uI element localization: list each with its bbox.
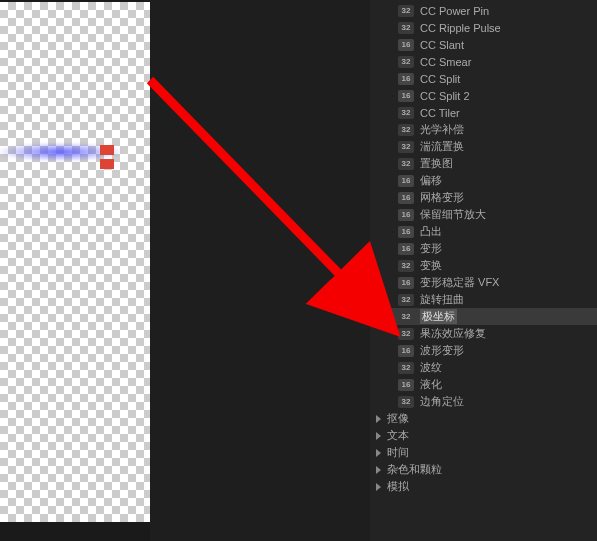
effect-item[interactable]: 32置换图 <box>370 155 597 172</box>
effect-label: 边角定位 <box>420 394 464 409</box>
effect-category[interactable]: 抠像 <box>370 410 597 427</box>
bitdepth-badge-icon: 32 <box>398 328 414 340</box>
effect-item[interactable]: 16CC Slant <box>370 36 597 53</box>
bitdepth-badge-icon: 32 <box>398 5 414 17</box>
composition-canvas[interactable] <box>0 2 150 522</box>
effect-item[interactable]: 16CC Split 2 <box>370 87 597 104</box>
bitdepth-badge-icon: 16 <box>398 90 414 102</box>
effect-label: CC Power Pin <box>420 5 489 17</box>
category-label: 文本 <box>387 428 409 443</box>
bitdepth-badge-icon: 32 <box>398 56 414 68</box>
effect-item[interactable]: 32CC Ripple Pulse <box>370 19 597 36</box>
effect-label: CC Split <box>420 73 460 85</box>
bitdepth-badge-icon: 32 <box>398 362 414 374</box>
bitdepth-badge-icon: 16 <box>398 277 414 289</box>
effect-item[interactable]: 16变形 <box>370 240 597 257</box>
effect-label: 凸出 <box>420 224 442 239</box>
panel-gutter <box>150 0 370 541</box>
effect-item[interactable]: 16凸出 <box>370 223 597 240</box>
effect-category[interactable]: 文本 <box>370 427 597 444</box>
collapse-triangle-icon <box>376 466 381 474</box>
bitdepth-badge-icon: 32 <box>398 107 414 119</box>
effect-item[interactable]: 32边角定位 <box>370 393 597 410</box>
effect-item[interactable]: 32旋转扭曲 <box>370 291 597 308</box>
effect-label: 果冻效应修复 <box>420 326 486 341</box>
bitdepth-badge-icon: 16 <box>398 73 414 85</box>
bitdepth-badge-icon: 16 <box>398 175 414 187</box>
effect-item[interactable]: 32极坐标 <box>370 308 597 325</box>
collapse-triangle-icon <box>376 432 381 440</box>
bitdepth-badge-icon: 16 <box>398 345 414 357</box>
effect-category[interactable]: 时间 <box>370 444 597 461</box>
effect-item[interactable]: 16网格变形 <box>370 189 597 206</box>
category-label: 抠像 <box>387 411 409 426</box>
collapse-triangle-icon <box>376 483 381 491</box>
bitdepth-badge-icon: 32 <box>398 141 414 153</box>
bitdepth-badge-icon: 16 <box>398 379 414 391</box>
effect-label: 液化 <box>420 377 442 392</box>
bitdepth-badge-icon: 32 <box>398 294 414 306</box>
layer-handles[interactable] <box>100 145 120 173</box>
bitdepth-badge-icon: 32 <box>398 260 414 272</box>
effect-item[interactable]: 16偏移 <box>370 172 597 189</box>
effect-label: 保留细节放大 <box>420 207 486 222</box>
effect-item[interactable]: 32CC Smear <box>370 53 597 70</box>
effect-label: 湍流置换 <box>420 139 464 154</box>
effect-item[interactable]: 16波形变形 <box>370 342 597 359</box>
effect-item[interactable]: 16保留细节放大 <box>370 206 597 223</box>
bitdepth-badge-icon: 32 <box>398 396 414 408</box>
effect-label: CC Tiler <box>420 107 460 119</box>
effect-item[interactable]: 16变形稳定器 VFX <box>370 274 597 291</box>
bitdepth-badge-icon: 32 <box>398 124 414 136</box>
category-label: 时间 <box>387 445 409 460</box>
effect-label: 波形变形 <box>420 343 464 358</box>
effect-item[interactable]: 32果冻效应修复 <box>370 325 597 342</box>
collapse-triangle-icon <box>376 449 381 457</box>
effect-category[interactable]: 杂色和颗粒 <box>370 461 597 478</box>
effect-label: CC Smear <box>420 56 471 68</box>
bitdepth-badge-icon: 32 <box>398 158 414 170</box>
effect-item[interactable]: 16液化 <box>370 376 597 393</box>
effect-label: 变形 <box>420 241 442 256</box>
effect-label: CC Ripple Pulse <box>420 22 501 34</box>
bitdepth-badge-icon: 16 <box>398 192 414 204</box>
effect-item[interactable]: 32变换 <box>370 257 597 274</box>
effect-item[interactable]: 32湍流置换 <box>370 138 597 155</box>
effects-panel[interactable]: 32CC Power Pin32CC Ripple Pulse16CC Slan… <box>370 0 597 541</box>
effect-label: CC Split 2 <box>420 90 470 102</box>
effect-label: 变换 <box>420 258 442 273</box>
category-label: 模拟 <box>387 479 409 494</box>
effect-label: 网格变形 <box>420 190 464 205</box>
effect-label: 置换图 <box>420 156 453 171</box>
effect-label: 光学补偿 <box>420 122 464 137</box>
effect-label: 极坐标 <box>420 309 457 324</box>
bitdepth-badge-icon: 16 <box>398 39 414 51</box>
effect-label: 变形稳定器 VFX <box>420 275 499 290</box>
effect-item[interactable]: 32CC Power Pin <box>370 2 597 19</box>
bitdepth-badge-icon: 16 <box>398 243 414 255</box>
effect-item[interactable]: 32CC Tiler <box>370 104 597 121</box>
category-label: 杂色和颗粒 <box>387 462 442 477</box>
effect-label: 偏移 <box>420 173 442 188</box>
bitdepth-badge-icon: 32 <box>398 22 414 34</box>
bitdepth-badge-icon: 16 <box>398 209 414 221</box>
effect-label: 旋转扭曲 <box>420 292 464 307</box>
effect-category[interactable]: 模拟 <box>370 478 597 495</box>
bitdepth-badge-icon: 16 <box>398 226 414 238</box>
effect-label: CC Slant <box>420 39 464 51</box>
effect-item[interactable]: 16CC Split <box>370 70 597 87</box>
bitdepth-badge-icon: 32 <box>398 311 414 323</box>
effect-label: 波纹 <box>420 360 442 375</box>
effect-item[interactable]: 32波纹 <box>370 359 597 376</box>
effect-item[interactable]: 32光学补偿 <box>370 121 597 138</box>
collapse-triangle-icon <box>376 415 381 423</box>
